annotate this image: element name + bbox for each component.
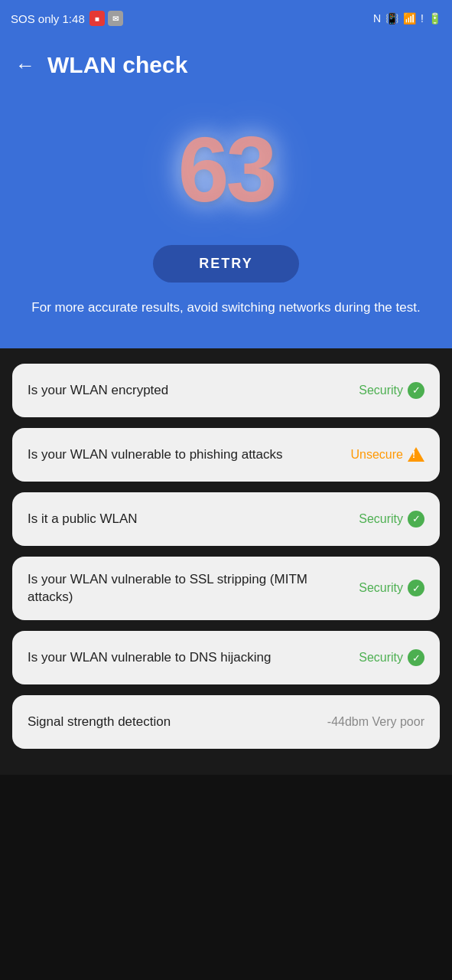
check-status: Security✓	[359, 511, 424, 528]
check-item[interactable]: Is your WLAN encryptedSecurity✓	[12, 364, 440, 417]
vibrate-icon: 📳	[385, 12, 398, 24]
check-status-label: Security	[359, 384, 403, 397]
check-status: -44dbm Very poor	[327, 715, 424, 729]
check-status: Security✓	[359, 649, 424, 666]
secure-icon: ✓	[408, 382, 424, 399]
check-status-label: Security	[359, 651, 403, 665]
back-button[interactable]: ←	[15, 55, 35, 75]
alert-icon: !	[421, 12, 424, 24]
check-label: Is your WLAN encrypted	[28, 381, 359, 400]
check-item[interactable]: Is it a public WLANSecurity✓	[12, 492, 440, 546]
check-label: Is your WLAN vulnerable to DNS hijacking	[28, 648, 359, 667]
secure-icon: ✓	[408, 580, 424, 596]
status-right: N 📳 📶 ! 🔋	[373, 12, 441, 24]
retry-button[interactable]: RETRY	[153, 245, 298, 283]
check-label: Is your WLAN vulnerable to phishing atta…	[28, 446, 351, 464]
check-status-label: -44dbm Very poor	[327, 715, 424, 729]
notification-icon-gray: ✉	[108, 11, 123, 26]
status-text: SOS only 1:48	[11, 12, 85, 25]
page-title: WLAN check	[47, 52, 187, 78]
check-item[interactable]: Signal strength detection-44dbm Very poo…	[12, 695, 440, 749]
battery-icon: 🔋	[428, 12, 441, 24]
check-item[interactable]: Is your WLAN vulnerable to phishing atta…	[12, 428, 440, 482]
check-status-label: Unsecure	[351, 448, 403, 462]
nfc-icon: N	[373, 12, 381, 24]
score-value: 63	[178, 116, 274, 222]
check-label: Is your WLAN vulnerable to SSL stripping…	[28, 570, 359, 607]
status-bar: SOS only 1:48 ■ ✉ N 📳 📶 ! 🔋	[0, 0, 452, 37]
score-container: 63	[178, 116, 274, 222]
check-status: Security✓	[359, 580, 424, 596]
check-item[interactable]: Is your WLAN vulnerable to DNS hijacking…	[12, 631, 440, 684]
check-status: Security✓	[359, 382, 424, 399]
check-status-label: Security	[359, 581, 403, 595]
status-left: SOS only 1:48 ■ ✉	[11, 11, 123, 26]
check-label: Signal strength detection	[28, 713, 327, 731]
wifi-icon: 📶	[403, 12, 416, 24]
check-label: Is it a public WLAN	[28, 510, 359, 528]
secure-icon: ✓	[408, 649, 424, 666]
header-row: ← WLAN check	[15, 52, 437, 78]
info-text: For more accurate results, avoid switchi…	[24, 298, 428, 318]
warning-icon	[408, 447, 424, 462]
check-item[interactable]: Is your WLAN vulnerable to SSL stripping…	[12, 557, 440, 621]
check-status: Unsecure	[351, 447, 424, 462]
notification-icon-red: ■	[89, 11, 105, 26]
top-section: ← WLAN check 63 RETRY For more accurate …	[0, 37, 452, 348]
check-status-label: Security	[359, 512, 403, 526]
checks-section: Is your WLAN encryptedSecurity✓Is your W…	[0, 348, 452, 776]
secure-icon: ✓	[408, 511, 424, 528]
